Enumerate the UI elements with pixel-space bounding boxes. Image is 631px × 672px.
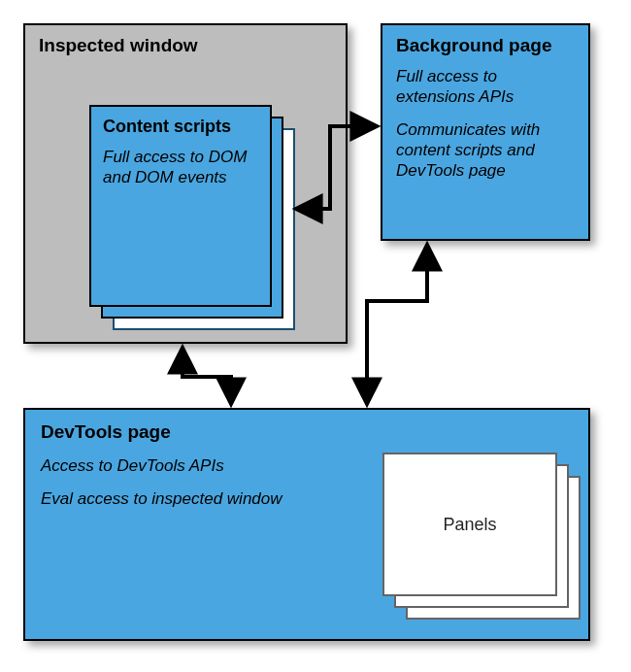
content-scripts-card-front: Content scripts Full access to DOM and D… [89, 105, 272, 307]
content-scripts-description: Full access to DOM and DOM events [103, 147, 258, 188]
content-scripts-title: Content scripts [103, 117, 258, 137]
background-page-title: Background page [396, 35, 575, 56]
panels-card-front: Panels [382, 453, 557, 596]
arrow-inspected-to-devtools [183, 350, 231, 402]
diagram-canvas: Inspected window Content scripts Full ac… [0, 0, 631, 672]
inspected-window-title: Inspected window [39, 35, 332, 56]
panels-label: Panels [443, 515, 496, 535]
background-page-desc2: Communicates with content scripts and De… [396, 119, 575, 182]
arrow-background-to-devtools [367, 247, 427, 402]
background-page-desc1: Full access to extensions APIs [396, 66, 575, 108]
background-page-box: Background page Full access to extension… [381, 23, 590, 241]
devtools-page-title: DevTools page [41, 421, 573, 443]
